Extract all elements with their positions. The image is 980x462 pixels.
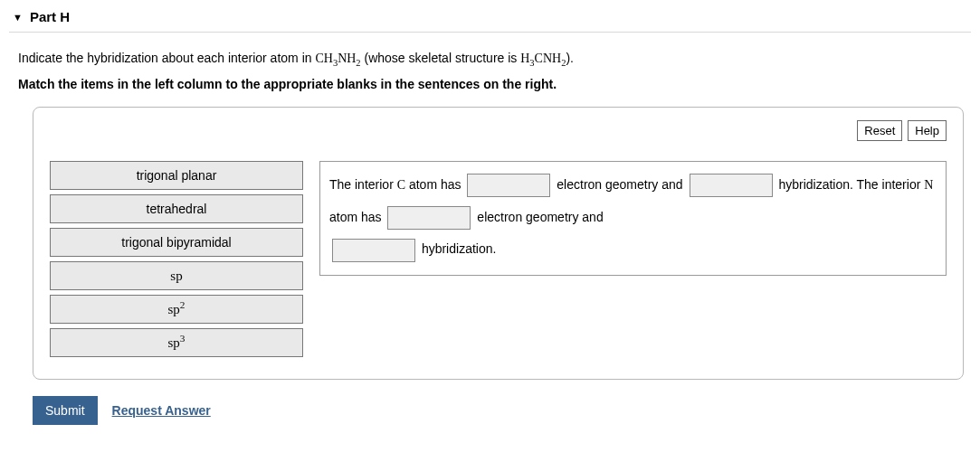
instr-text: (whose skeletal structure is <box>361 51 521 65</box>
part-title: Part H <box>30 9 70 24</box>
drag-item-sp[interactable]: sp <box>50 261 303 290</box>
drag-item-tetrahedral[interactable]: tetrahedral <box>50 194 303 223</box>
formula-2: H3CNH2 <box>520 52 566 65</box>
bottom-row: Submit Request Answer <box>33 396 971 425</box>
part-header: ▼ Part H <box>9 5 971 33</box>
drag-item-trigonal-planar[interactable]: trigonal planar <box>50 161 303 190</box>
formula-1: CH3NH2 <box>315 52 360 65</box>
drag-source-column: trigonal planar tetrahedral trigonal bip… <box>50 161 303 357</box>
top-button-row: Reset Help <box>50 120 947 141</box>
blank-2[interactable] <box>690 174 773 197</box>
reset-button[interactable]: Reset <box>857 120 902 141</box>
request-answer-link[interactable]: Request Answer <box>112 403 211 418</box>
label: sp3 <box>168 335 186 351</box>
sentence-text: hybridization. <box>418 241 496 256</box>
sentence-text: The interior <box>329 177 397 192</box>
sentence-text: atom has <box>329 210 385 224</box>
help-button[interactable]: Help <box>908 120 947 141</box>
instr-text: ). <box>566 51 574 65</box>
sentence-text: atom has <box>405 177 464 192</box>
columns: trigonal planar tetrahedral trigonal bip… <box>50 161 947 357</box>
blank-3[interactable] <box>387 206 471 230</box>
submit-button[interactable]: Submit <box>33 396 98 425</box>
instr-bold: Match the items in the left column to th… <box>18 75 971 94</box>
drag-item-sp2[interactable]: sp2 <box>50 295 303 324</box>
drag-item-trigonal-bipyramidal[interactable]: trigonal bipyramidal <box>50 228 303 257</box>
label: sp2 <box>168 302 186 317</box>
instr-text: Indicate the hybridization about each in… <box>18 51 315 65</box>
sentence-text: electron geometry and <box>553 177 686 192</box>
blank-4[interactable] <box>332 239 415 262</box>
sentence-column: The interior C atom has electron geometr… <box>319 161 947 276</box>
label: sp <box>170 269 182 284</box>
sentence-text: electron geometry and <box>473 210 603 224</box>
collapse-caret-icon[interactable]: ▼ <box>13 12 23 23</box>
atom-c: C <box>397 178 405 192</box>
instructions: Indicate the hybridization about each in… <box>9 33 971 98</box>
atom-n: N <box>924 178 933 192</box>
sentence-box: The interior C atom has electron geometr… <box>319 161 947 276</box>
sentence-text: hybridization. The interior <box>775 177 925 192</box>
work-area: Reset Help trigonal planar tetrahedral t… <box>33 107 964 380</box>
blank-1[interactable] <box>467 174 550 197</box>
drag-item-sp3[interactable]: sp3 <box>50 328 303 357</box>
